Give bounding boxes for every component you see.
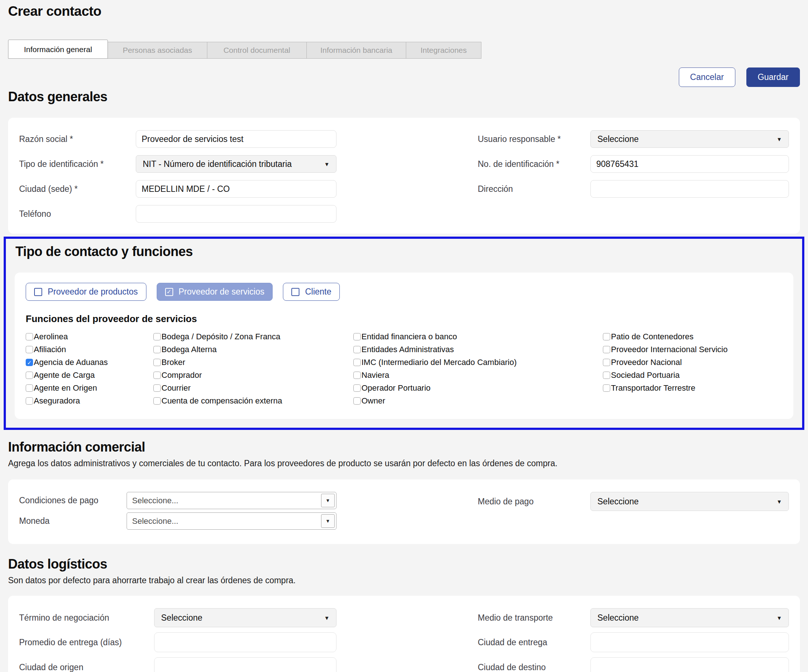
promedio-entrega-input[interactable] <box>154 632 337 652</box>
termino-negociacion-label: Término de negociación <box>19 613 154 623</box>
checkbox[interactable]: ✓ <box>26 384 33 392</box>
ciudad-origen-input[interactable] <box>154 657 337 672</box>
ciudad-sede-input[interactable] <box>136 180 337 198</box>
checkbox[interactable]: ✓ <box>603 359 610 366</box>
checkbox[interactable]: ✓ <box>26 397 33 405</box>
list-item: ✓ Agencia de Aduanas <box>26 358 154 367</box>
checkbox-label: Aerolinea <box>34 332 68 342</box>
informacion-comercial-heading: Información comercial <box>8 439 800 455</box>
tab-informacion-bancaria[interactable]: Información bancaria <box>306 42 406 59</box>
checkbox[interactable]: ✓ <box>26 372 33 379</box>
razon-social-label: Razón social * <box>19 134 136 144</box>
moneda-select[interactable]: Seleccione... ▼ <box>127 512 337 530</box>
type-proveedor-productos-button[interactable]: ✓ Proveedor de productos <box>26 283 147 301</box>
list-item: ✓ Sociedad Portuaria <box>603 370 782 380</box>
checkbox-label: Patio de Contenedores <box>611 332 693 342</box>
checkbox[interactable]: ✓ <box>154 359 161 366</box>
form-actions: Cancelar Guardar <box>8 67 800 87</box>
checkbox[interactable]: ✓ <box>603 333 610 340</box>
medio-pago-select[interactable]: Seleccione ▼ <box>590 492 789 511</box>
checkbox-label: Entidad financiera o banco <box>361 332 457 342</box>
tipo-contacto-card: ✓ Proveedor de productos ✓ Proveedor de … <box>15 273 793 419</box>
checkbox[interactable]: ✓ <box>26 333 33 340</box>
cancel-button[interactable]: Cancelar <box>679 67 735 87</box>
checkbox-label: Agente de Carga <box>34 370 95 380</box>
checkbox[interactable]: ✓ <box>353 384 361 392</box>
tipo-contacto-section: Tipo de contacto y funciones ✓ Proveedor… <box>4 237 804 430</box>
type-proveedor-servicios-button[interactable]: ✓ Proveedor de servicios <box>157 283 273 301</box>
dropdown-arrow-button: ▼ <box>321 514 335 528</box>
telefono-input[interactable] <box>136 205 337 223</box>
type-label: Proveedor de servicios <box>179 287 265 297</box>
dropdown-arrow-icon: ▼ <box>324 615 329 621</box>
list-item: ✓ Entidades Administrativas <box>353 345 603 354</box>
datos-generales-heading: Datos generales <box>8 89 800 105</box>
no-identificacion-label: No. de identificación * <box>478 159 590 169</box>
checkbox[interactable]: ✓ <box>154 333 161 340</box>
funciones-grid: ✓ Aerolinea ✓ Afiliación ✓ Agencia de Ad… <box>26 332 782 406</box>
checkbox[interactable]: ✓ <box>353 359 361 366</box>
checkbox[interactable]: ✓ <box>154 346 161 353</box>
dropdown-arrow-button: ▼ <box>321 494 335 507</box>
checkbox[interactable]: ✓ <box>154 397 161 405</box>
checkbox-label: Proveedor Nacional <box>611 358 682 367</box>
dropdown-arrow-icon: ▼ <box>776 615 782 621</box>
informacion-comercial-card: Condiciones de pago Seleccione... ▼ Mone… <box>8 479 800 544</box>
save-button[interactable]: Guardar <box>746 67 800 87</box>
type-cliente-button[interactable]: ✓ Cliente <box>283 283 340 301</box>
usuario-responsable-select[interactable]: Seleccione ▼ <box>590 130 789 148</box>
medio-pago-value: Seleccione <box>598 497 639 507</box>
checkbox-label: Sociedad Portuaria <box>611 370 679 380</box>
list-item: ✓ Transportador Terrestre <box>603 384 782 393</box>
checkbox[interactable]: ✓ <box>603 346 610 353</box>
dropdown-arrow-icon: ▼ <box>776 136 782 142</box>
checkbox[interactable]: ✓ <box>353 333 361 340</box>
checkbox-label: Owner <box>361 396 385 406</box>
checkbox-label: Aseguradora <box>34 396 80 406</box>
datos-logisticos-card: Término de negociación Seleccione ▼ Prom… <box>8 596 800 672</box>
checkbox-icon: ✓ <box>165 288 173 296</box>
list-item: ✓ Courrier <box>154 384 353 393</box>
no-identificacion-input[interactable] <box>590 155 789 173</box>
checkbox[interactable]: ✓ <box>26 359 33 366</box>
list-item: ✓ Operador Portuario <box>353 384 603 393</box>
checkbox[interactable]: ✓ <box>154 372 161 379</box>
ciudad-entrega-label: Ciudad de entrega <box>478 637 590 647</box>
contact-type-row: ✓ Proveedor de productos ✓ Proveedor de … <box>26 283 782 301</box>
ciudad-sede-label: Ciudad (sede) * <box>19 184 136 194</box>
medio-transporte-select[interactable]: Seleccione ▼ <box>590 608 789 627</box>
direccion-input[interactable] <box>590 180 789 198</box>
checkbox[interactable]: ✓ <box>26 346 33 353</box>
checkbox[interactable]: ✓ <box>353 397 361 405</box>
funciones-column-2: ✓ Bodega / Depósito / Zona Franca ✓ Bode… <box>154 332 353 406</box>
dropdown-arrow-icon: ▼ <box>324 161 329 167</box>
list-item: ✓ Agente en Origen <box>26 384 154 393</box>
checkbox[interactable]: ✓ <box>154 384 161 392</box>
funciones-column-1: ✓ Aerolinea ✓ Afiliación ✓ Agencia de Ad… <box>26 332 154 406</box>
checkbox[interactable]: ✓ <box>353 346 361 353</box>
condiciones-pago-select[interactable]: Seleccione... ▼ <box>127 492 337 509</box>
ciudad-entrega-input[interactable] <box>590 632 789 652</box>
checkbox[interactable]: ✓ <box>353 372 361 379</box>
checkbox[interactable]: ✓ <box>603 384 610 392</box>
tab-control-documental[interactable]: Control documental <box>207 42 307 59</box>
checkbox-label: Transportador Terrestre <box>611 384 695 393</box>
list-item: ✓ IMC (Intermediario del Mercado Cambiar… <box>353 358 603 367</box>
tab-personas-asociadas[interactable]: Personas asociadas <box>107 42 207 59</box>
ciudad-destino-input[interactable] <box>590 657 789 672</box>
checkbox[interactable]: ✓ <box>603 372 610 379</box>
tab-bar: Información general Personas asociadas C… <box>8 40 800 59</box>
dropdown-arrow-icon: ▼ <box>326 518 330 524</box>
tipo-identificacion-select[interactable]: NIT - Número de identificación tributari… <box>136 155 337 173</box>
telefono-label: Teléfono <box>19 209 136 219</box>
list-item: ✓ Proveedor Nacional <box>603 358 782 367</box>
tab-integraciones[interactable]: Integraciones <box>406 42 481 59</box>
tab-informacion-general[interactable]: Información general <box>8 40 108 59</box>
termino-negociacion-select[interactable]: Seleccione ▼ <box>154 608 337 627</box>
razon-social-input[interactable] <box>136 130 337 148</box>
checkbox-label: Agencia de Aduanas <box>34 358 108 367</box>
checkbox-label: Courrier <box>162 384 190 393</box>
check-icon: ✓ <box>27 360 32 365</box>
checkbox-label: Afiliación <box>34 345 66 354</box>
list-item: ✓ Entidad financiera o banco <box>353 332 603 342</box>
